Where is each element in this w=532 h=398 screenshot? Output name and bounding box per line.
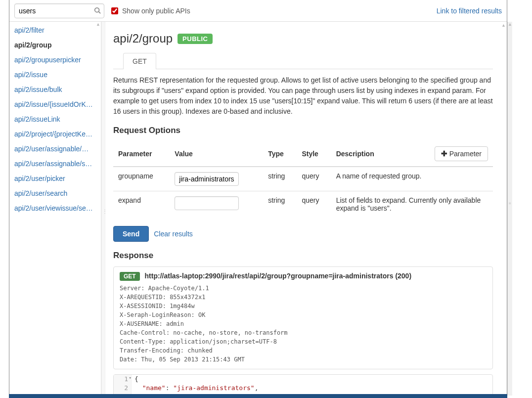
sidebar-item-6[interactable]: api/2/issueLink [9, 112, 101, 127]
json-name-value: "jira-administrators" [173, 384, 254, 392]
add-parameter-button[interactable]: ✚ Parameter [435, 146, 488, 161]
method-badge: GET [120, 272, 140, 281]
add-parameter-label: Parameter [449, 150, 482, 158]
footer-bar [9, 394, 507, 398]
link-filtered-results[interactable]: Link to filtered results [437, 7, 502, 15]
param-value-input-1[interactable] [175, 196, 239, 210]
param-name: expand [113, 191, 170, 218]
sidebar-item-10[interactable]: api/2/user/picker [9, 171, 101, 186]
sidebar-item-12[interactable]: api/2/user/viewissue/se… [9, 201, 101, 216]
sidebar-item-8[interactable]: api/2/user/assignable/… [9, 141, 101, 156]
table-row: groupnamestringqueryA name of requested … [113, 167, 493, 191]
col-value: Value [170, 141, 263, 167]
param-type: string [263, 167, 297, 191]
sidebar-item-7[interactable]: api/2/project/{projectKe… [9, 127, 101, 141]
svg-line-1 [99, 11, 101, 13]
topbar: Show only public APIs Link to filtered r… [9, 0, 507, 22]
page-title: api/2/group PUBLIC [113, 32, 493, 45]
table-row: expandstringqueryList of fields to expan… [113, 191, 493, 218]
col-description: Description [331, 141, 401, 167]
svg-point-0 [95, 7, 99, 12]
sidebar-item-3[interactable]: api/2/issue [9, 67, 101, 82]
sidebar-item-2[interactable]: api/2/groupuserpicker [9, 52, 101, 67]
col-parameter: Parameter [113, 141, 170, 167]
search-icon[interactable] [94, 7, 101, 15]
response-url: http://atlas-laptop:2990/jira/rest/api/2… [145, 272, 412, 280]
endpoint-description: Returns REST representation for the requ… [113, 75, 493, 117]
public-apis-checkbox[interactable] [111, 7, 118, 14]
endpoint-path: api/2/group [113, 32, 173, 45]
search-input[interactable] [14, 3, 104, 18]
plus-icon: ✚ [441, 149, 447, 158]
param-desc: List of fields to expand. Currently only… [331, 191, 493, 218]
param-style: query [297, 167, 331, 191]
right-scrollbar[interactable]: ▲ ≡ [507, 22, 512, 396]
request-options-heading: Request Options [113, 126, 493, 135]
scroll-up-icon[interactable]: ▲ [96, 22, 101, 27]
send-button[interactable]: Send [113, 226, 149, 242]
sidebar-item-9[interactable]: api/2/user/assignable/s… [9, 156, 101, 171]
sidebar-item-0[interactable]: api/2/filter [9, 23, 101, 38]
col-type: Type [263, 141, 297, 167]
sidebar-item-4[interactable]: api/2/issue/bulk [9, 82, 101, 97]
param-style: query [297, 191, 331, 218]
clear-results-link[interactable]: Clear results [154, 230, 193, 238]
sidebar-item-5[interactable]: api/2/issue/{issueIdOrK… [9, 97, 101, 112]
scroll-up-icon[interactable]: ▲ [501, 23, 506, 28]
param-type: string [263, 191, 297, 218]
splitter-handle[interactable] [101, 22, 105, 396]
tab-get[interactable]: GET [123, 53, 156, 69]
param-value-input-0[interactable] [175, 172, 239, 186]
public-apis-label: Show only public APIs [122, 7, 190, 15]
response-box: GET http://atlas-laptop:2990/jira/rest/a… [113, 266, 493, 369]
sidebar: ▲ api/2/filterapi/2/groupapi/2/groupuser… [9, 22, 101, 396]
response-headers: Server: Apache-Coyote/1.1 X-AREQUESTID: … [120, 284, 487, 364]
public-apis-checkbox-wrap[interactable]: Show only public APIs [111, 7, 190, 15]
parameters-table: Parameter Value Type Style Description ✚… [113, 141, 493, 217]
param-name: groupname [113, 167, 170, 191]
param-desc: A name of requested group. [331, 167, 493, 191]
response-heading: Response [113, 251, 493, 261]
method-tabs: GET [113, 52, 493, 69]
col-style: Style [297, 141, 331, 167]
sidebar-item-1[interactable]: api/2/group [9, 38, 101, 52]
sidebar-item-11[interactable]: api/2/user/search [9, 186, 101, 201]
main-panel: ▲ api/2/group PUBLIC GET Returns REST re… [105, 22, 507, 396]
public-badge: PUBLIC [177, 34, 213, 44]
response-json: 1▾{ 2 "name": "jira-administrators", 3 "… [113, 374, 493, 396]
